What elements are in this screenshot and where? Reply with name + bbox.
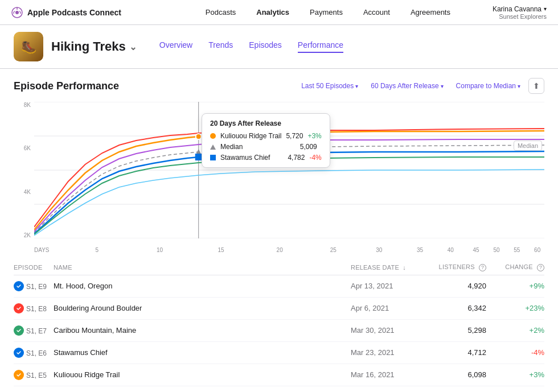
cell-name: Stawamus Chief [54, 341, 351, 364]
tooltip-row-3: Stawamus Chief 4,782 -4% [210, 154, 322, 162]
table-row[interactable]: S1, E5 Kuliouou Ridge Trail Mar 16, 2021… [14, 364, 544, 386]
tooltip-change-1: +3% [307, 132, 321, 140]
nav-account[interactable]: Account [363, 8, 390, 16]
cell-change: +9% [493, 275, 544, 297]
tooltip-dot-orange [210, 133, 216, 139]
x-label-40: 40 [448, 247, 454, 253]
export-btn[interactable]: ⬆ [528, 78, 544, 94]
podcast-header: 🥾 Hiking Treks ⌄ Overview Trends Episode… [0, 25, 558, 69]
tooltip-sq-blue [210, 155, 216, 160]
tab-performance[interactable]: Performance [298, 40, 343, 53]
table-row[interactable]: S1, E9 Mt. Hood, Oregon Apr 13, 2021 4,9… [14, 275, 544, 297]
filter-compare-btn[interactable]: Compare to Median ▾ [452, 80, 525, 92]
svg-text:🥾: 🥾 [21, 39, 37, 55]
cell-listeners: 6,342 [425, 297, 493, 319]
section-header: Episode Performance Last 50 Episodes ▾ 6… [14, 78, 544, 94]
cell-change: +3% [493, 364, 544, 386]
cell-name: Blood Mountain Loop [54, 386, 351, 392]
filter-episodes-btn[interactable]: Last 50 Episodes ▾ [297, 80, 363, 92]
cell-change: +2% [493, 319, 544, 341]
tooltip-header: 20 Days After Release [210, 119, 322, 127]
chart-tooltip: 20 Days After Release Kuliouou Ridge Tra… [202, 113, 330, 168]
tab-overview[interactable]: Overview [159, 40, 192, 53]
cell-episode: S1, E4 [14, 386, 54, 392]
cell-listeners: 4,920 [425, 275, 493, 297]
table-row[interactable]: S1, E6 Stawamus Chief Mar 23, 2021 4,712… [14, 341, 544, 364]
cell-date: Mar 16, 2021 [351, 364, 425, 386]
x-label-10: 10 [157, 247, 163, 253]
cell-date: Mar 30, 2021 [351, 319, 425, 341]
main-content: Episode Performance Last 50 Episodes ▾ 6… [0, 69, 558, 392]
tab-episodes[interactable]: Episodes [249, 40, 282, 53]
podcast-thumbnail: 🥾 [14, 32, 43, 61]
chevron-down-icon: ▾ [544, 6, 547, 12]
cell-episode: S1, E7 [14, 319, 54, 341]
x-label-35: 35 [417, 247, 423, 253]
chart-container: 8K 6K 4K 2K [14, 102, 544, 255]
chevron-icon3: ▾ [518, 83, 520, 89]
nav-payments[interactable]: Payments [310, 8, 343, 16]
export-icon: ⬆ [533, 81, 540, 90]
user-name: Karina Cavanna ▾ [493, 5, 547, 13]
x-label-25: 25 [330, 247, 337, 253]
section-title: Episode Performance [14, 80, 297, 92]
tooltip-change-3: -4% [309, 154, 321, 162]
x-label-15: 15 [218, 247, 224, 253]
table-header-row: EPISODE NAME RELEASE DATE ↓ LISTENERS ? … [14, 260, 544, 275]
col-header-change[interactable]: CHANGE ? [493, 260, 544, 275]
cell-name: Kuliouou Ridge Trail [54, 364, 351, 386]
top-nav: Apple Podcasts Connect Podcasts Analytic… [0, 0, 558, 25]
svg-rect-13 [195, 154, 202, 160]
cell-episode: S1, E8 [14, 297, 54, 319]
table-row[interactable]: S1, E7 Caribou Mountain, Maine Mar 30, 2… [14, 319, 544, 341]
svg-point-1 [15, 11, 19, 14]
table-row[interactable]: S1, E8 Bouldering Around Boulder Apr 6, … [14, 297, 544, 319]
brand[interactable]: Apple Podcasts Connect [11, 7, 121, 18]
cell-episode: S1, E6 [14, 341, 54, 364]
tooltip-value-1: 5,720 [286, 132, 303, 140]
tooltip-name-1: Kuliouou Ridge Trail [220, 132, 281, 140]
y-label-2k: 2K [24, 232, 31, 238]
cell-listeners: 4,712 [425, 341, 493, 364]
help-icon-change[interactable]: ? [537, 264, 544, 271]
status-icon [14, 370, 24, 380]
podcast-title[interactable]: Hiking Treks ⌄ [51, 39, 137, 54]
chevron-icon2: ▾ [441, 83, 444, 89]
cell-name: Mt. Hood, Oregon [54, 275, 351, 297]
y-label-6k: 6K [24, 145, 31, 151]
podcast-chevron-icon: ⌄ [129, 42, 137, 52]
cell-date: Mar 9, 2021 [351, 386, 425, 392]
nav-podcasts[interactable]: Podcasts [206, 8, 236, 16]
nav-links: Podcasts Analytics Payments Account Agre… [206, 8, 450, 16]
table-row[interactable]: S1, E4 Blood Mountain Loop Mar 9, 2021 5… [14, 386, 544, 392]
y-label-8k: 8K [24, 102, 31, 108]
help-icon-listeners[interactable]: ? [479, 264, 486, 271]
nav-agreements[interactable]: Agreements [411, 8, 450, 16]
status-icon [14, 281, 24, 291]
podcast-icon [11, 7, 23, 18]
status-icon [14, 325, 24, 336]
cell-date: Apr 6, 2021 [351, 297, 425, 319]
y-label-4k: 4K [24, 189, 31, 195]
nav-analytics[interactable]: Analytics [256, 8, 289, 16]
tab-trends[interactable]: Trends [208, 40, 233, 53]
status-icon [14, 348, 24, 358]
status-icon [14, 303, 24, 313]
episode-table: EPISODE NAME RELEASE DATE ↓ LISTENERS ? … [14, 260, 544, 392]
x-label-50: 50 [493, 247, 499, 253]
x-days-label: DAYS [34, 247, 50, 253]
col-header-date[interactable]: RELEASE DATE ↓ [351, 260, 425, 275]
x-label-45: 45 [473, 247, 479, 253]
col-header-name: NAME [54, 260, 351, 275]
cell-episode: S1, E5 [14, 364, 54, 386]
col-header-listeners[interactable]: LISTENERS ? [425, 260, 493, 275]
cell-listeners: 6,098 [425, 364, 493, 386]
cell-change: -4% [493, 341, 544, 364]
tooltip-value-3: 4,782 [288, 154, 305, 162]
cell-change: -18% [493, 386, 544, 392]
filter-days-btn[interactable]: 60 Days After Release ▾ [366, 80, 448, 92]
cell-listeners: 5,298 [425, 319, 493, 341]
svg-point-11 [196, 134, 202, 139]
brand-name: Apple Podcasts Connect [27, 8, 121, 17]
x-label-55: 55 [514, 247, 520, 253]
